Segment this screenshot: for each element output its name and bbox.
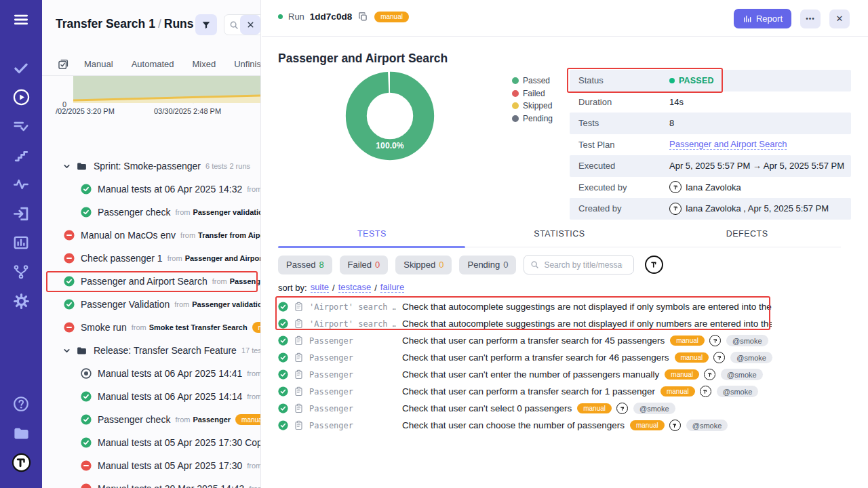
passed-icon [64,276,75,287]
test-row[interactable]: 'Airport' search … Check that autocomple… [278,298,861,315]
tab-tests[interactable]: TESTS [278,229,466,247]
tree-run[interactable]: Manual tests at 30 Mar 2025 14:43 from T… [42,477,260,488]
smoke-tag[interactable]: @smoke [633,403,675,414]
test-row[interactable]: Passenger Check that user can't select 0… [278,400,861,417]
testcase-icon [294,403,304,413]
list-check-icon[interactable] [11,116,31,136]
test-row[interactable]: Passenger Check that user can choose the… [278,417,861,434]
tab-manual[interactable]: Manual [84,59,113,69]
sign-in-icon[interactable] [11,203,31,224]
tab-defects[interactable]: DEFECTS [653,229,841,247]
play-circle-icon[interactable] [11,87,31,107]
tree-run[interactable]: Check passenger 1 from Passenger and Air… [42,247,260,270]
test-row[interactable]: Passenger Check that user can't perform … [278,349,861,366]
tests-search-input[interactable] [542,260,624,270]
gear-icon[interactable] [11,291,31,311]
tree-run-selected[interactable]: Passenger and Airport Search from Passen… [42,270,260,293]
info-row-status: Status PASSED [570,70,851,92]
manual-badge: manual [665,369,699,380]
tab-statistics[interactable]: STATISTICS [466,229,654,247]
smoke-tag[interactable]: @smoke [721,369,763,380]
chart-x-tick-1: /02/2025 3:20 PM [56,107,115,115]
test-row[interactable]: Passenger Check that user can perform a … [278,383,861,400]
smoke-tag[interactable]: @smoke [717,386,759,397]
from-label: from [175,415,190,424]
assignee-avatar[interactable] [645,256,663,274]
more-button[interactable]: ••• [800,9,821,28]
branch-icon[interactable] [11,262,31,282]
run-source: Passenger [193,415,231,424]
test-plan-link[interactable]: Passenger and Airport Search [669,139,787,150]
runs-tree: Sprint: Smoke-passenger 6 tests 2 runs M… [42,155,260,488]
filter-label: Skipped [403,260,435,270]
bar-chart-icon[interactable] [11,232,31,253]
user-avatar [713,352,725,363]
report-button[interactable]: Report [734,9,791,28]
tree-run[interactable]: Smoke run from Smoke test Transfer Searc… [42,316,260,339]
test-title: Check that user can't perform a transfer… [402,352,669,363]
logo-avatar[interactable] [11,452,31,472]
testcase-icon [294,420,304,430]
from-label: from [212,277,227,285]
activity-icon[interactable] [11,174,31,195]
folder-icon[interactable] [11,423,31,443]
test-row[interactable]: Passenger Check that user can perform a … [278,332,861,349]
help-icon[interactable] [11,394,31,414]
passed-icon [278,319,288,329]
smoke-tag[interactable]: @smoke [730,352,772,363]
filter-pending[interactable]: Pending0 [459,256,516,274]
tree-run[interactable]: Manual tests at 06 Apr 2025 14:41 from T… [42,362,260,385]
tab-automated[interactable]: Automated [132,59,174,69]
sort-by-testcase[interactable]: testcase [338,282,371,293]
smoke-tag[interactable]: @smoke [686,420,728,431]
run-label: Passenger Validation [81,299,170,310]
run-source: Passenger validation [192,300,261,308]
tree-run[interactable]: Manual tests at 05 Apr 2025 17:30 from T… [42,454,260,477]
sort-separator: / [332,283,335,293]
clear-search-button[interactable] [240,15,260,35]
filter-button[interactable] [195,14,217,35]
passed-icon [278,420,288,430]
filter-failed[interactable]: Failed0 [340,256,389,274]
chevron-down-icon[interactable] [62,346,71,355]
failed-icon [81,460,92,471]
chevron-down-icon[interactable] [62,162,71,171]
sort-separator: / [374,283,377,293]
smoke-tag[interactable]: @smoke [726,335,768,346]
tree-folder[interactable]: Release: Transfer Search Feature 17 test… [42,339,260,362]
close-run-button[interactable]: ✕ [829,9,850,28]
tests-list: 'Airport' search … Check that autocomple… [278,298,861,434]
test-row[interactable]: Passenger Check that user can't enter th… [278,366,861,383]
check-icon[interactable] [11,58,31,78]
sort-by-suite[interactable]: suite [311,282,329,293]
tree-run[interactable]: Manual tests at 06 Apr 2025 14:32 from P… [42,178,260,201]
filter-passed[interactable]: Passed8 [278,256,332,274]
tab-unfinished[interactable]: Unfinished [234,59,261,69]
run-label: Manual tests at 30 Mar 2025 14:43 [98,483,244,488]
menu-icon[interactable] [11,9,31,30]
sort-by-failure[interactable]: failure [380,282,404,293]
legend-label: Pending [523,114,553,123]
copy-icon[interactable] [357,11,369,22]
test-title: Check that user can perform a transfer s… [402,336,665,346]
select-all-icon[interactable] [57,58,69,70]
tab-mixed[interactable]: Mixed [193,59,216,69]
tree-run[interactable]: Manual tests at 06 Apr 2025 14:14 from P… [42,385,260,408]
tests-search[interactable] [524,255,634,274]
tree-run[interactable]: Manual on MacOs env from Transfer from A… [42,224,260,247]
legend-item-passed: Passed [512,76,553,85]
stopped-icon [81,368,92,379]
test-row[interactable]: 'Airport' search … Check that autocomple… [278,315,861,332]
run-label: Manual tests at 06 Apr 2025 14:14 [98,391,242,402]
tree-run[interactable]: Passenger Validation from Passenger vali… [42,293,260,316]
folder-label: Sprint: Smoke-passenger [94,161,201,171]
legend-dot-pending [512,115,519,122]
tree-run[interactable]: Passenger check from Passenger validatio… [42,201,260,224]
legend-label: Skipped [523,101,552,110]
tree-folder[interactable]: Sprint: Smoke-passenger 6 tests 2 runs [42,155,260,178]
filter-skipped[interactable]: Skipped0 [395,256,452,274]
tree-run[interactable]: Passenger check from Passenger manual 6 [42,408,260,431]
tree-run[interactable]: Manual tests at 05 Apr 2025 17:30 Copy f… [42,431,260,454]
steps-icon[interactable] [11,145,31,165]
breadcrumb-project[interactable]: Transfer Search 1 [56,17,155,30]
